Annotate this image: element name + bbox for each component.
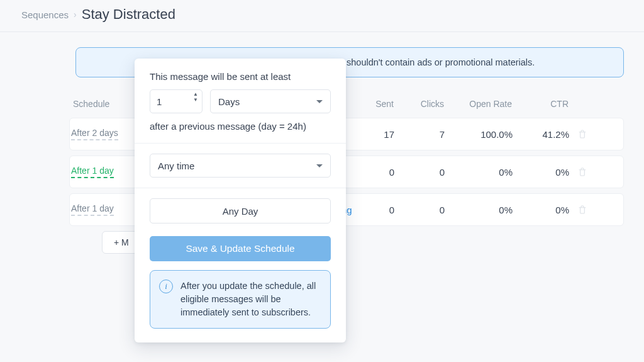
info-banner-text: shouldn't contain ads or promotional mat… (347, 57, 535, 67)
popover-day-section: Any Day (135, 188, 346, 227)
cell-ctr: 41.2% (513, 129, 569, 140)
schedule-cell[interactable]: After 1 day (71, 203, 114, 216)
cell-sent: 17 (350, 129, 394, 140)
popover-footer: Save & Update Schedule After you update … (135, 227, 346, 342)
page-title: Stay Distracted (82, 6, 175, 23)
popover-subtext: after a previous message (day = 24h) (150, 121, 331, 132)
schedule-cell[interactable]: After 1 day (71, 166, 114, 178)
info-icon (159, 280, 173, 293)
cell-sent: 0 (350, 167, 394, 178)
schedule-cell[interactable]: After 2 days (71, 128, 118, 140)
delivery-time-value: Any time (158, 161, 194, 171)
th-open-rate: Open Rate (444, 99, 512, 109)
cell-clicks: 0 (394, 205, 445, 215)
popover-heading: This message will be sent at least (150, 71, 331, 82)
chevron-right-icon: › (74, 9, 77, 20)
cell-open-rate: 100.0% (445, 129, 513, 140)
delay-number-input[interactable]: ▲ ▼ (150, 89, 203, 113)
delay-unit-select[interactable]: Days (210, 89, 331, 113)
delivery-time-select[interactable]: Any time (150, 154, 331, 178)
cell-open-rate: 0% (445, 167, 513, 178)
popover-timing-section: This message will be sent at least ▲ ▼ D… (135, 59, 346, 143)
cell-open-rate: 0% (445, 205, 513, 215)
th-schedule: Schedule (73, 99, 142, 109)
cell-clicks: 0 (394, 167, 445, 178)
breadcrumb-parent[interactable]: Sequences (21, 9, 69, 20)
chevron-down-icon (316, 164, 323, 167)
th-sent: Sent (350, 99, 394, 109)
popover-info-text: After you update the schedule, all eligi… (180, 280, 320, 319)
trash-icon[interactable] (577, 205, 587, 215)
stepper-up-icon[interactable]: ▲ (193, 92, 198, 97)
popover-info-box: After you update the schedule, all eligi… (150, 270, 331, 329)
trash-icon[interactable] (577, 129, 587, 139)
cell-ctr: 0% (513, 167, 569, 178)
stepper-down-icon[interactable]: ▼ (193, 98, 198, 103)
trash-icon[interactable] (577, 167, 587, 177)
any-day-button[interactable]: Any Day (150, 198, 331, 223)
delay-unit-value: Days (218, 96, 240, 107)
delay-number-field[interactable] (150, 90, 186, 113)
schedule-popover: This message will be sent at least ▲ ▼ D… (135, 59, 346, 342)
chevron-down-icon (316, 100, 323, 103)
th-clicks: Clicks (394, 99, 444, 109)
save-schedule-button[interactable]: Save & Update Schedule (150, 236, 331, 261)
th-ctr: CTR (512, 99, 569, 109)
cell-sent: 0 (350, 205, 394, 215)
breadcrumb: Sequences › Stay Distracted (0, 0, 644, 31)
cell-ctr: 0% (513, 205, 569, 215)
popover-time-section: Any time (135, 144, 346, 188)
cell-clicks: 7 (394, 129, 445, 140)
